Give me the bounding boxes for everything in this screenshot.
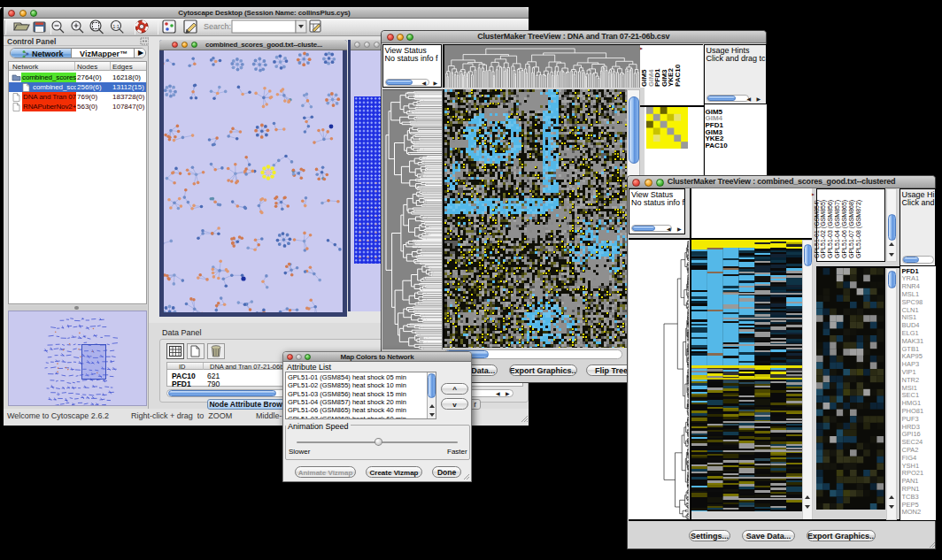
svg-text:1:1: 1:1 xyxy=(112,24,120,29)
svg-text:Search:: Search: xyxy=(204,22,231,31)
